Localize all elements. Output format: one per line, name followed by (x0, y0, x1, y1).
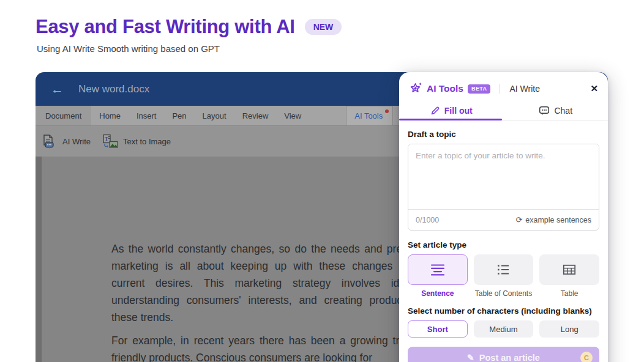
topic-input[interactable] (408, 144, 599, 209)
table-icon (563, 264, 576, 275)
credit-coin-icon: C (580, 352, 593, 362)
tab-view[interactable]: View (276, 106, 309, 125)
tab-fill-out[interactable]: Fill out (399, 102, 504, 120)
ai-write-label: AI Write (62, 137, 91, 146)
text-to-image-icon: T (102, 134, 119, 149)
tab-chat[interactable]: Chat (504, 102, 608, 120)
tab-home[interactable]: Home (91, 106, 129, 125)
document-title: New word.docx (78, 83, 149, 95)
tab-ai-tools[interactable]: AI Tools (346, 106, 393, 125)
panel-header: AI Tools BETA AI Write ✕ (399, 72, 608, 102)
draft-topic-box: 0/1000 ⟳ example sentences (408, 144, 599, 231)
panel-title: AI Tools (427, 83, 463, 94)
back-arrow-icon[interactable]: ← (51, 83, 64, 95)
page-title: Easy and Fast Writing with AI (36, 16, 295, 38)
panel-tabs: Fill out Chat (399, 102, 608, 120)
post-article-button[interactable]: ✎ Post an article C (408, 347, 599, 362)
example-sentences-button[interactable]: ⟳ example sentences (515, 216, 591, 224)
ai-write-button[interactable]: AI Write (42, 134, 91, 149)
article-type-options (408, 254, 599, 285)
tab-chat-label: Chat (554, 106, 572, 116)
new-badge: NEW (305, 19, 342, 35)
ai-write-icon (42, 134, 58, 149)
document-text: As the world constantly changes, so do t… (111, 240, 405, 362)
pencil-icon (430, 106, 440, 116)
option-table[interactable] (539, 254, 599, 285)
text-line: current desires. This marketing strategy… (111, 275, 405, 292)
tab-insert[interactable]: Insert (129, 106, 165, 125)
char-count-label: Select number of characters (including b… (408, 306, 599, 316)
refresh-icon: ⟳ (515, 216, 522, 224)
sentence-icon (430, 264, 445, 276)
option-sentence-label: Sentence (408, 289, 468, 298)
text-line: marketing is all about keeping up with t… (111, 257, 405, 275)
panel-body: Draft a topic 0/1000 ⟳ example sentences… (399, 120, 608, 362)
ai-tools-panel: AI Tools BETA AI Write ✕ Fill out Chat D… (399, 72, 608, 362)
svg-text:T: T (105, 136, 108, 142)
tab-pen[interactable]: Pen (164, 106, 194, 125)
option-toc-label: Table of Contents (474, 289, 534, 298)
tab-fill-out-label: Fill out (444, 106, 473, 116)
table-of-contents-icon (496, 264, 511, 276)
text-to-image-button[interactable]: T Text to Image (102, 134, 171, 149)
beta-badge: BETA (468, 84, 490, 94)
active-tab-underline (399, 119, 502, 120)
article-type-label: Set article type (408, 240, 599, 249)
option-sentence[interactable] (408, 254, 468, 285)
post-article-label: Post an article (479, 353, 540, 362)
text-line: these trends. (111, 309, 405, 326)
option-long[interactable]: Long (539, 320, 599, 338)
article-type-labels: Sentence Table of Contents Table (408, 289, 599, 298)
option-table-of-contents[interactable] (474, 254, 534, 285)
hero-section: Easy and Fast Writing with AI NEW Using … (36, 16, 342, 54)
tab-review[interactable]: Review (234, 106, 277, 125)
text-line: understanding consumers' interests, and … (111, 292, 405, 309)
draft-topic-label: Draft a topic (408, 130, 599, 139)
ai-star-icon (409, 82, 422, 95)
draft-footer: 0/1000 ⟳ example sentences (408, 209, 599, 230)
example-sentences-label: example sentences (525, 216, 591, 224)
tab-document[interactable]: Document (36, 106, 91, 125)
option-table-label: Table (539, 289, 599, 298)
tab-layout[interactable]: Layout (195, 106, 234, 125)
option-medium[interactable]: Medium (474, 320, 534, 338)
pencil-icon: ✎ (467, 353, 474, 362)
text-to-image-label: Text to Image (123, 137, 171, 146)
text-line: friendly products. Conscious consumers a… (111, 349, 405, 362)
tab-ai-tools-label: AI Tools (354, 111, 383, 120)
text-line: As the world constantly changes, so do t… (111, 240, 405, 257)
chat-icon (539, 106, 550, 116)
header-divider (500, 84, 500, 94)
paragraph: For example, in recent years there has b… (111, 332, 405, 362)
tool-name: AI Write (509, 84, 540, 94)
char-counter: 0/1000 (416, 216, 439, 224)
notification-dot (385, 109, 389, 113)
paragraph: As the world constantly changes, so do t… (111, 240, 405, 326)
char-count-options: Short Medium Long (408, 320, 599, 338)
option-short[interactable]: Short (408, 320, 468, 338)
close-icon[interactable]: ✕ (590, 83, 598, 94)
page-subtitle: Using AI Write Smooth writing based on G… (36, 43, 342, 54)
text-line: For example, in recent years there has b… (111, 332, 405, 349)
